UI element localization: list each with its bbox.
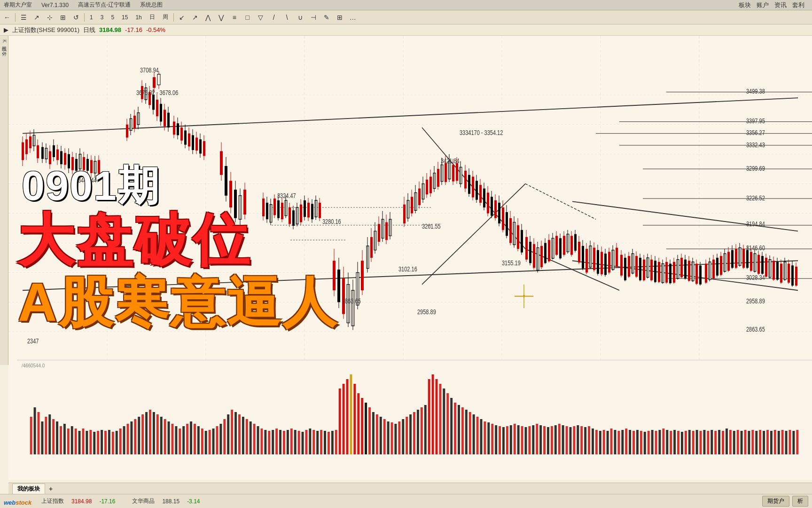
svg-rect-413 xyxy=(45,417,47,454)
period-day[interactable]: 日 xyxy=(147,12,157,22)
tab-add-button[interactable]: + xyxy=(47,485,55,492)
svg-rect-427 xyxy=(97,431,99,454)
svg-rect-555 xyxy=(573,426,575,454)
svg-rect-596 xyxy=(726,429,728,454)
period-1h[interactable]: 1h xyxy=(133,13,144,22)
tab-my-blocks[interactable]: 我的板块 xyxy=(12,484,45,494)
svg-rect-582 xyxy=(673,430,676,454)
svg-rect-414 xyxy=(48,414,51,454)
svg-rect-490 xyxy=(331,431,334,454)
sidebar-kline[interactable]: K线图 xyxy=(0,38,8,45)
sidebar-5day[interactable]: 5 xyxy=(0,50,8,57)
tool-hline[interactable]: ≡ xyxy=(229,12,240,23)
svg-rect-478 xyxy=(287,430,289,454)
svg-rect-548 xyxy=(547,427,549,454)
svg-rect-463 xyxy=(231,410,233,454)
tool-rect[interactable]: □ xyxy=(242,12,253,23)
period-5[interactable]: 5 xyxy=(109,13,117,22)
svg-rect-459 xyxy=(216,426,218,454)
svg-rect-552 xyxy=(562,425,564,454)
svg-rect-412 xyxy=(41,421,43,454)
back-button[interactable]: ← xyxy=(2,12,12,23)
titlebar: 睿期大户室 Ver7.1.330 高速云节点-辽宁联通 系统总图 xyxy=(0,0,812,10)
tool-line[interactable]: / xyxy=(269,12,279,23)
svg-rect-595 xyxy=(722,431,724,454)
stock-interval[interactable]: 日线 xyxy=(83,26,95,34)
tool-pencil[interactable]: ✎ xyxy=(321,12,332,23)
svg-rect-418 xyxy=(63,424,66,454)
svg-rect-584 xyxy=(681,432,683,454)
tool-arc[interactable]: ∪ xyxy=(295,12,305,23)
svg-rect-449 xyxy=(179,429,181,454)
sidebar-timeshare[interactable]: 分 xyxy=(0,46,8,49)
futures-account-button[interactable]: 期货户 xyxy=(762,496,789,507)
period-1[interactable]: 1 xyxy=(87,13,95,22)
stock-name-code: 上证指数(SHSE 999001) xyxy=(12,26,79,34)
status-stock-change: -3.14 xyxy=(187,498,200,505)
svg-rect-507 xyxy=(394,424,397,454)
svg-rect-487 xyxy=(320,430,322,454)
tool-arrow[interactable]: ↙ xyxy=(177,12,187,23)
svg-rect-575 xyxy=(648,431,650,454)
menu[interactable]: 系统总图 xyxy=(140,1,163,9)
svg-rect-424 xyxy=(86,431,88,454)
svg-rect-553 xyxy=(566,426,568,454)
svg-rect-466 xyxy=(242,417,244,454)
volume-area: /4660544.0 xyxy=(17,360,812,454)
svg-rect-581 xyxy=(670,431,672,454)
svg-rect-486 xyxy=(316,431,319,454)
tool-peak[interactable]: ⋀ xyxy=(203,12,213,23)
svg-rect-498 xyxy=(361,398,363,454)
refresh-button[interactable]: ↺ xyxy=(71,12,81,23)
status-index-change: -17.16 xyxy=(99,498,115,505)
svg-rect-415 xyxy=(52,419,55,454)
tool-valley[interactable]: ⋁ xyxy=(216,12,226,23)
trend-button[interactable]: ↗ xyxy=(31,12,42,23)
period-3[interactable]: 3 xyxy=(98,13,106,22)
grid-button[interactable]: ☰ xyxy=(18,12,29,23)
period-week[interactable]: 周 xyxy=(160,12,171,22)
panel-btn-arb[interactable]: 套利 xyxy=(792,1,804,9)
price-3421-label: 3421.84 xyxy=(441,157,460,165)
panel-btn-account[interactable]: 账户 xyxy=(757,1,769,9)
period-15[interactable]: 15 xyxy=(119,13,130,22)
svg-rect-558 xyxy=(584,427,586,454)
svg-rect-570 xyxy=(629,430,631,454)
svg-rect-480 xyxy=(294,430,297,454)
svg-rect-610 xyxy=(778,431,780,454)
svg-rect-461 xyxy=(223,419,226,454)
tool-grid2[interactable]: ⊞ xyxy=(335,12,345,23)
panel-btn-info[interactable]: 资讯 xyxy=(774,1,787,9)
svg-rect-452 xyxy=(190,421,192,454)
price-3334-label: 3334170 - 3354.12 xyxy=(460,129,503,137)
svg-rect-441 xyxy=(149,410,151,454)
tool-backslash[interactable]: \ xyxy=(282,12,292,23)
tool-tri[interactable]: ▽ xyxy=(256,12,266,23)
svg-rect-419 xyxy=(67,429,70,454)
svg-rect-477 xyxy=(283,431,285,454)
svg-rect-423 xyxy=(82,429,85,454)
tool-trend[interactable]: ↗ xyxy=(190,12,200,23)
svg-rect-432 xyxy=(116,431,118,454)
svg-rect-603 xyxy=(751,430,754,454)
svg-rect-442 xyxy=(153,412,155,454)
svg-rect-444 xyxy=(160,417,163,454)
svg-rect-523 xyxy=(454,403,456,454)
box-button[interactable]: ⊞ xyxy=(58,12,68,23)
plus-button[interactable]: ⊹ xyxy=(45,12,55,23)
analyze-button[interactable]: 析 xyxy=(792,496,808,507)
svg-rect-489 xyxy=(328,432,330,454)
svg-rect-544 xyxy=(532,425,534,454)
tool-cross[interactable]: ⊣ xyxy=(308,12,319,23)
svg-rect-604 xyxy=(755,431,757,454)
svg-rect-543 xyxy=(528,426,531,454)
bottom-right-buttons: 期货户 析 xyxy=(762,496,808,507)
panel-btn-blocks[interactable]: 板块 xyxy=(739,1,751,9)
svg-rect-422 xyxy=(78,431,81,454)
status-stock-name: 文华商品 xyxy=(132,497,155,505)
svg-rect-592 xyxy=(710,430,713,454)
svg-rect-574 xyxy=(644,432,646,454)
tool-more[interactable]: … xyxy=(348,12,358,23)
stock-price: 3184.98 xyxy=(99,26,121,33)
price-2863: 2863.65 xyxy=(746,326,765,333)
